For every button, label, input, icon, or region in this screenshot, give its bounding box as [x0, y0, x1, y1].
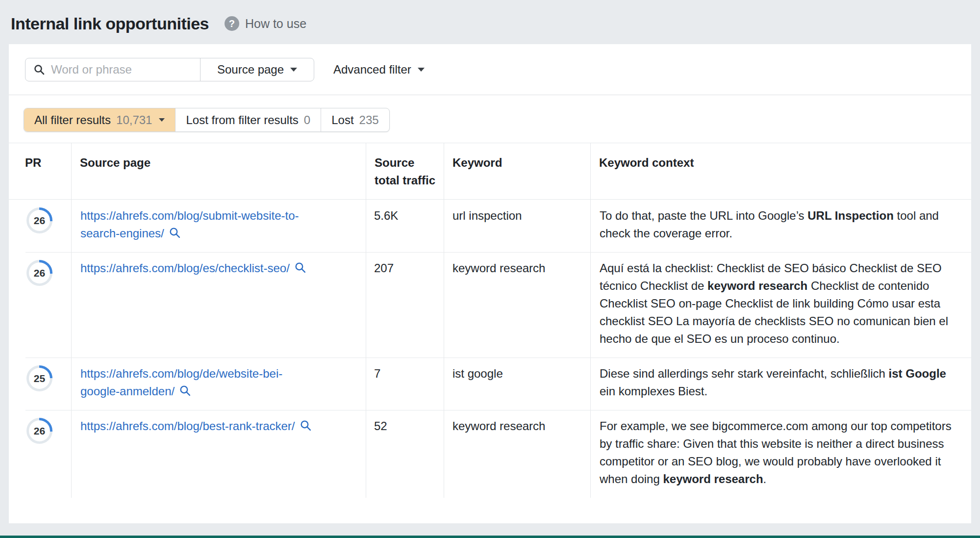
pr-cell: 26 [9, 252, 71, 358]
tab-lost[interactable]: Lost 235 [321, 108, 389, 131]
table-row: 26 https://ahrefs.com/blog/submit-websit… [9, 200, 971, 252]
page-title: Internal link opportunities [11, 14, 209, 33]
result-tab-group: All filter results 10,731 Lost from filt… [24, 108, 390, 132]
search-combo: Source page [25, 58, 314, 81]
table-row: 25 https://ahrefs.com/blog/de/website-be… [9, 358, 971, 410]
inspect-page-icon[interactable] [169, 227, 181, 239]
context-text: For example, we see bigcommerce.com amon… [600, 419, 952, 486]
source-total-traffic-cell: 7 [366, 358, 444, 410]
context-highlight: keyword research [707, 279, 807, 292]
keyword-context-cell: For example, we see bigcommerce.com amon… [590, 410, 971, 498]
context-highlight: URL Inspection [807, 209, 894, 222]
keyword-context-cell: Aquí está la checklist: Checklist de SEO… [590, 252, 971, 358]
results-panel: All filter results 10,731 Lost from filt… [9, 95, 971, 523]
pr-score-value: 26 [29, 420, 50, 441]
tab-lost-from-filter-results[interactable]: Lost from filter results 0 [175, 108, 321, 131]
inspect-page-icon[interactable] [179, 384, 191, 397]
tab-all-filter-results[interactable]: All filter results 10,731 [24, 108, 175, 131]
bottom-edge-strip [0, 536, 980, 538]
table-row: 26 https://ahrefs.com/blog/best-rank-tra… [9, 410, 971, 498]
opportunities-table: PR Source page Source total traffic Keyw… [9, 143, 971, 498]
scope-selected-value: Source page [217, 63, 284, 77]
pr-score-value: 26 [29, 262, 50, 283]
pr-score-ring: 26 [26, 418, 52, 444]
tab-label: Lost from filter results [186, 113, 298, 127]
pr-score-value: 25 [29, 368, 50, 389]
traffic-value: 207 [374, 261, 394, 275]
keyword-value: keyword research [452, 261, 545, 275]
tab-label: All filter results [34, 113, 111, 127]
keyword-value: keyword research [452, 419, 545, 433]
source-page-cell: https://ahrefs.com/blog/es/checklist-seo… [71, 252, 366, 358]
source-page-link[interactable]: https://ahrefs.com/blog/submit-website-t… [80, 209, 299, 240]
how-to-use-link[interactable]: ? How to use [225, 16, 306, 31]
search-input[interactable] [51, 63, 188, 77]
tab-label: Lost [331, 113, 353, 127]
context-text: ein komplexes Biest. [600, 384, 707, 398]
tab-count: 10,731 [116, 113, 152, 127]
col-header-pr: PR [9, 143, 71, 199]
inspect-page-icon[interactable] [294, 261, 306, 274]
source-total-traffic-cell: 207 [366, 252, 444, 358]
pr-cell: 26 [9, 200, 71, 252]
filter-panel: Source page Advanced filter [9, 44, 971, 95]
how-to-use-label: How to use [245, 17, 306, 31]
source-page-link[interactable]: https://ahrefs.com/blog/es/checklist-seo… [80, 261, 290, 275]
context-highlight: keyword research [663, 472, 763, 486]
table-header-row: PR Source page Source total traffic Keyw… [9, 143, 971, 200]
search-box [25, 58, 200, 81]
col-header-keyword: Keyword [444, 143, 590, 199]
pr-cell: 26 [9, 410, 71, 498]
keyword-cell: url inspection [444, 200, 590, 252]
keyword-cell: keyword research [444, 252, 590, 358]
pr-score-value: 26 [29, 210, 50, 231]
traffic-value: 52 [374, 419, 387, 433]
source-page-link[interactable]: https://ahrefs.com/blog/best-rank-tracke… [80, 419, 295, 433]
source-page-cell: https://ahrefs.com/blog/submit-website-t… [71, 200, 366, 252]
scope-selector[interactable]: Source page [200, 58, 314, 81]
source-page-cell: https://ahrefs.com/blog/de/website-bei-g… [71, 358, 366, 410]
traffic-value: 5.6K [374, 209, 398, 222]
traffic-value: 7 [374, 367, 380, 380]
source-total-traffic-cell: 52 [366, 410, 444, 498]
context-text: To do that, paste the URL into Google’s [600, 209, 807, 222]
pr-score-ring: 25 [26, 365, 52, 391]
caret-down-icon [159, 118, 165, 122]
keyword-context-cell: To do that, paste the URL into Google’s … [590, 200, 971, 252]
keyword-context-cell: Diese sind allerdings sehr stark vereinf… [590, 358, 971, 410]
col-header-source-page: Source page [71, 143, 366, 199]
keyword-value: ist google [452, 367, 503, 380]
pr-score-ring: 26 [26, 207, 52, 233]
inspect-page-icon[interactable] [300, 419, 312, 432]
context-text: . [763, 472, 767, 486]
caret-down-icon [290, 68, 297, 72]
keyword-cell: ist google [444, 358, 590, 410]
source-total-traffic-cell: 5.6K [366, 200, 444, 252]
question-circle-icon: ? [225, 16, 239, 31]
advanced-filter-label: Advanced filter [333, 63, 411, 77]
context-text: Diese sind allerdings sehr stark vereinf… [600, 367, 889, 380]
page-header: Internal link opportunities ? How to use [0, 0, 980, 44]
source-page-cell: https://ahrefs.com/blog/best-rank-tracke… [71, 410, 366, 498]
keyword-value: url inspection [452, 209, 522, 222]
caret-down-icon [418, 68, 425, 72]
tab-count: 0 [304, 113, 310, 127]
advanced-filter-button[interactable]: Advanced filter [333, 63, 425, 77]
pr-score-ring: 26 [26, 260, 52, 286]
magnifier-icon [33, 64, 45, 76]
col-header-keyword-context: Keyword context [590, 143, 971, 199]
table-row: 26 https://ahrefs.com/blog/es/checklist-… [9, 252, 971, 358]
keyword-cell: keyword research [444, 410, 590, 498]
tab-count: 235 [359, 113, 379, 127]
pr-cell: 25 [9, 358, 71, 410]
table-body: 26 https://ahrefs.com/blog/submit-websit… [9, 200, 971, 498]
context-highlight: ist Google [889, 367, 946, 380]
col-header-source-total-traffic: Source total traffic [366, 143, 444, 199]
